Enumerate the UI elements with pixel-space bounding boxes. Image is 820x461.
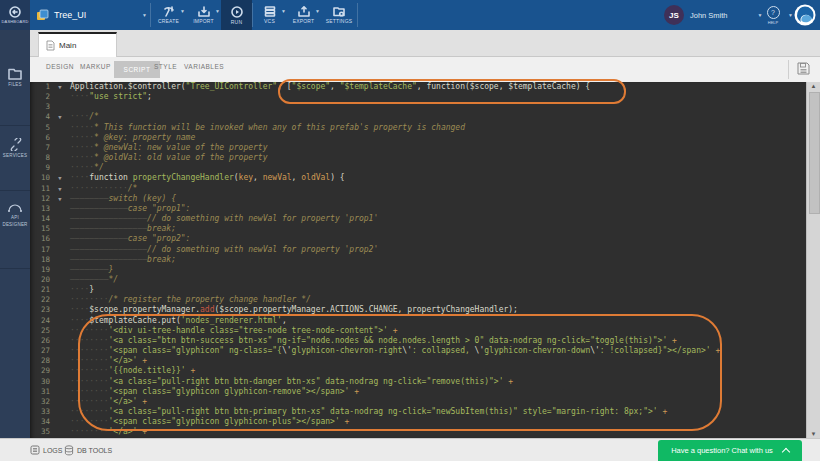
code-line[interactable]: 21····} <box>30 285 805 295</box>
code-line[interactable]: 35········'</a>' + <box>30 427 805 437</box>
code-line[interactable]: 30········'<a class="pull-right btn btn-… <box>30 377 805 387</box>
code-line[interactable]: 19––––––––} <box>30 265 805 275</box>
tab-main-label: Main <box>59 41 76 50</box>
code-line[interactable]: 22········/* register the property chang… <box>30 295 805 305</box>
editor-scrollbar[interactable]: ▲ ▼ <box>806 82 820 438</box>
code-line[interactable]: 20––––––––*/ <box>30 275 805 285</box>
code-text: ····$scope.propertyManager.add($scope.pr… <box>70 305 518 314</box>
code-text: ········'<div ui-tree-handle class="tree… <box>70 326 398 335</box>
code-line[interactable]: 1▼Application.$controller("Tree_UIContro… <box>30 82 805 92</box>
import-button[interactable]: IMPORT ▼ <box>187 0 220 30</box>
dashboard-label: DASHBOARD <box>1 19 28 24</box>
code-line[interactable]: 10▼····function propertyChangeHandler(ke… <box>30 173 805 183</box>
code-line[interactable]: 12▼––––––––switch (key) { <box>30 194 805 204</box>
code-text: ····} <box>70 285 94 294</box>
code-text: ········'<span class="glyphicon glyphico… <box>70 387 359 396</box>
code-line[interactable]: 14––––––––––––––––// do something with n… <box>30 214 805 224</box>
code-line[interactable]: 5·····* This function will be invoked wh… <box>30 123 805 133</box>
line-number: 13 <box>30 204 50 214</box>
code-line[interactable]: 34········'<span class="glyphicon glyphi… <box>30 417 805 427</box>
help-button[interactable]: ? HELP <box>760 0 786 30</box>
code-area[interactable]: 1▼Application.$controller("Tree_UIContro… <box>30 82 805 438</box>
code-line[interactable]: 23····$scope.propertyManager.add($scope.… <box>30 305 805 315</box>
code-line[interactable]: 15––––––––––––––––break; <box>30 224 805 234</box>
vcs-label: VCS <box>264 18 275 24</box>
code-line[interactable]: 6·····* @key: property name <box>30 133 805 143</box>
line-number: 4 <box>30 112 50 122</box>
run-button[interactable]: RUN <box>221 0 252 30</box>
tab-main[interactable]: Main <box>38 32 117 57</box>
code-line[interactable]: 27········'<span class="glyphicon" ng-cl… <box>30 346 805 356</box>
code-line[interactable]: 33········'<a class="pull-right btn btn-… <box>30 407 805 417</box>
code-line[interactable]: 18––––––––––––––––break; <box>30 255 805 265</box>
vcs-button[interactable]: VCS ▼ <box>253 0 286 30</box>
code-line[interactable]: 16––––––––––––case "prop2": <box>30 234 805 244</box>
dashboard-button[interactable]: DASHBOARD <box>0 0 30 30</box>
tab-markup[interactable]: MARKUP <box>80 63 111 70</box>
code-line[interactable]: 13––––––––––––case "prop1": <box>30 204 805 214</box>
tab-style[interactable]: STYLE <box>154 63 177 70</box>
code-text: ––––––––switch (key) { <box>70 194 176 203</box>
line-number: 30 <box>30 377 50 387</box>
code-line[interactable]: 17––––––––––––––––// do something with n… <box>30 245 805 255</box>
tab-variables[interactable]: VARIABLES <box>184 63 224 70</box>
code-line[interactable]: 26········'<a class="btn btn-success btn… <box>30 336 805 346</box>
code-line[interactable]: 28········'</a>' + <box>30 356 805 366</box>
code-text: ····function propertyChangeHandler(key, … <box>70 173 345 182</box>
settings-folder-gear-icon <box>333 6 345 17</box>
line-number: 10 <box>30 173 50 183</box>
scroll-down-icon[interactable]: ▼ <box>807 431 820 437</box>
code-line[interactable]: 9·····*/ <box>30 163 805 173</box>
sidebar-item-services[interactable]: SERVICES <box>0 138 30 160</box>
settings-button[interactable]: SETTINGS <box>321 0 357 30</box>
script-editor[interactable]: 1▼Application.$controller("Tree_UIContro… <box>30 82 820 438</box>
fold-marker-icon[interactable]: ▼ <box>50 173 70 183</box>
fold-marker-icon[interactable]: ▼ <box>50 82 70 92</box>
code-text: ·····* @newVal: new value of the propert… <box>70 143 267 152</box>
code-text: ········/* register the property change … <box>70 295 311 304</box>
help-caret-icon[interactable]: ▼ <box>788 13 793 18</box>
save-file-button[interactable] <box>796 61 811 76</box>
code-text: ········'<a class="pull-right btn btn-pr… <box>70 407 667 416</box>
export-caret-icon: ▼ <box>315 9 320 14</box>
sidebar-item-files[interactable]: FILES <box>0 68 30 89</box>
fold-marker-icon[interactable]: ▼ <box>50 112 70 122</box>
code-line[interactable]: 25········'<div ui-tree-handle class="tr… <box>30 326 805 336</box>
db-tools-label: DB TOOLS <box>77 447 112 454</box>
code-line[interactable]: 7·····* @newVal: new value of the proper… <box>30 143 805 153</box>
code-line[interactable]: 31········'<span class="glyphicon glyphi… <box>30 387 805 397</box>
chat-with-us-button[interactable]: Have a question? Chat with us <box>658 440 802 461</box>
user-menu[interactable]: JS John Smith ▼ <box>664 0 762 30</box>
code-line[interactable]: 2····"use strict"; <box>30 92 805 102</box>
code-line[interactable]: 29········'{{node.title}}' + <box>30 366 805 376</box>
code-line[interactable]: 24····$templateCache.put('nodes_renderer… <box>30 316 805 326</box>
line-number: 27 <box>30 346 50 356</box>
code-text: ········'</a>' + <box>70 397 147 406</box>
line-number: 17 <box>30 245 50 255</box>
code-text: Application.$controller("Tree_UIControll… <box>70 82 590 91</box>
code-line[interactable]: 32········'</a>' + <box>30 397 805 407</box>
code-text: ········'</a>' + <box>70 356 147 365</box>
code-line[interactable]: 3 <box>30 102 805 112</box>
project-selector[interactable]: Tree_UI ▼ <box>36 0 86 30</box>
db-tools-button[interactable]: DB TOOLS <box>64 439 112 461</box>
export-button[interactable]: EXPORT ▼ <box>287 0 320 30</box>
avatar: JS <box>664 5 684 25</box>
scroll-up-icon[interactable]: ▲ <box>807 83 820 89</box>
code-text: ·····*/ <box>70 163 104 172</box>
code-line[interactable]: 11▼············/* <box>30 184 805 194</box>
line-number: 14 <box>30 214 50 224</box>
fold-marker-icon[interactable]: ▼ <box>50 194 70 204</box>
fold-marker-icon[interactable]: ▼ <box>50 184 70 194</box>
code-text: ––––––––––––case "prop1": <box>70 204 190 213</box>
logs-button[interactable]: LOGS <box>30 439 62 461</box>
sidebar-divider <box>0 268 30 269</box>
sidebar-item-api-designer[interactable]: API DESIGNER <box>0 202 30 229</box>
create-button[interactable]: CREATE ▼ <box>152 0 185 30</box>
tab-design[interactable]: DESIGN <box>46 63 74 70</box>
code-text: ············/* <box>70 184 137 193</box>
scrollbar-thumb[interactable] <box>809 92 820 214</box>
code-line[interactable]: 4▼····/* <box>30 112 805 122</box>
code-line[interactable]: 8·····* @oldVal: old value of the proper… <box>30 153 805 163</box>
import-label: IMPORT <box>193 18 214 24</box>
